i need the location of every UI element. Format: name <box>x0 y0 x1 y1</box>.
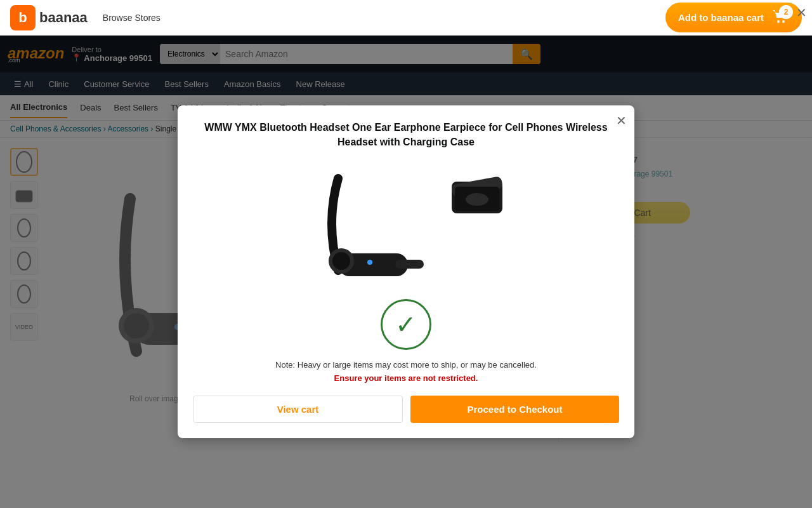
modal-images <box>193 159 619 286</box>
modal-actions: View cart Proceed to Checkout <box>193 396 619 423</box>
close-icon[interactable]: ✕ <box>796 5 807 20</box>
svg-point-1 <box>782 20 785 23</box>
svg-point-22 <box>367 260 372 265</box>
modal-title: WMW YMX Bluetooth Headset One Ear Earpho… <box>193 121 619 149</box>
modal-close-button[interactable]: ✕ <box>616 113 627 128</box>
modal-warning: Ensure your items are not restricted. <box>193 373 619 383</box>
modal-product-image-main <box>303 159 430 286</box>
view-cart-button[interactable]: View cart <box>193 396 403 423</box>
modal-product-image-case <box>445 159 509 223</box>
modal-note: Note: Heavy or large items may cost more… <box>193 360 619 370</box>
baanaa-logo-icon: b <box>10 5 36 30</box>
proceed-to-checkout-button[interactable]: Proceed to Checkout <box>410 396 619 423</box>
cart-icon-wrap: 2 <box>771 9 789 26</box>
modal-overlay: ✕ WMW YMX Bluetooth Headset One Ear Earp… <box>0 36 812 443</box>
cart-badge: 2 <box>779 5 793 19</box>
svg-point-21 <box>332 252 350 270</box>
svg-rect-19 <box>395 260 424 269</box>
baanaa-header: b baanaa Browse Stores Add to baanaa car… <box>0 0 812 36</box>
baanaa-logo: b baanaa <box>10 5 88 30</box>
add-to-cart-modal: ✕ WMW YMX Bluetooth Headset One Ear Earp… <box>178 105 634 438</box>
browse-stores-label: Browse Stores <box>103 13 160 23</box>
svg-point-0 <box>777 20 780 23</box>
success-checkmark: ✓ <box>381 299 431 350</box>
add-to-baanaa-cart-button[interactable]: Add to baanaa cart 2 <box>665 3 802 32</box>
svg-point-26 <box>466 193 488 206</box>
baanaa-logo-text: baanaa <box>39 10 88 26</box>
